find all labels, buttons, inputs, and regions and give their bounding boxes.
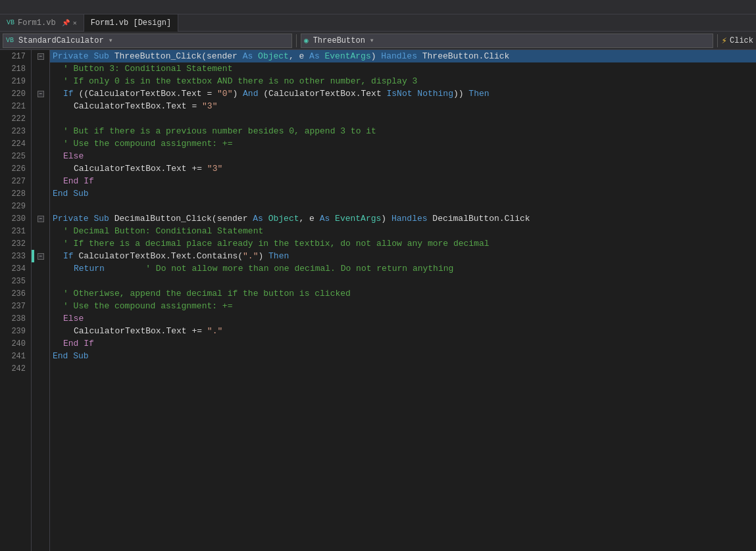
line-num-225: 225 [3,150,26,162]
code-line-225: Else [50,150,756,162]
tab-form1vb[interactable]: VB Form1.vb 📌 ✕ [0,14,84,32]
token [105,262,145,275]
margin-cell-236 [32,287,50,300]
margin-cell-230: − [32,212,50,225]
token: "." [243,250,258,262]
vb-icon: VB [7,19,14,26]
code-line-237: ' Use the compound assignment: += [50,300,756,312]
token: ) [232,87,243,100]
code-line-232: ' If there is a decimal place already in… [50,237,756,250]
token: ((CalculatorTextBox.Text = [78,87,217,100]
code-line-230: Private Sub DecimalButton_Click(sender A… [50,212,756,225]
token: EventArgs [335,212,381,225]
line-num-240: 240 [3,337,26,350]
margin-cell-233: − [32,250,50,262]
code-line-242 [50,362,756,375]
token: End If [63,175,94,187]
token: "0" [217,87,232,100]
line-num-229: 229 [3,200,26,212]
line-num-226: 226 [3,162,26,175]
event-section: ⚡ Click [722,35,753,46]
token: ' Do not allow more than one decimal. Do… [145,262,453,275]
code-line-228: End Sub [50,187,756,200]
token: "." [207,325,222,337]
token: End Sub [53,187,89,200]
token: EventArgs [325,50,371,62]
pin-icon[interactable]: 📌 [62,19,70,27]
method-icon: ◉ [304,36,309,45]
token: ThreeButton.Click [422,50,510,62]
toolbar-separator [296,34,297,47]
margin-cell-240 [32,337,50,350]
token: As [320,212,335,225]
margin-cell-227 [32,175,50,187]
token: If [63,87,78,100]
token: Private Sub [53,212,114,225]
token: , e [299,212,319,225]
token: ThreeButton_Click( [114,50,207,62]
code-line-224: ' Use the compound assignment: += [50,137,756,150]
margin-cell-226 [32,162,50,175]
token: Else [63,312,84,325]
token: CalculatorTextBox.Text = [74,100,202,112]
margin-cell-223 [32,125,50,137]
code-line-223: ' But if there is a previous number besi… [50,125,756,137]
line-numbers: 2172182192202212222232242252262272282292… [0,50,32,551]
collapse-btn-217[interactable]: − [38,53,44,60]
code-line-222 [50,112,756,125]
tab-close-form1vb[interactable]: ✕ [73,19,77,27]
token: (CalculatorTextBox.Text [263,87,386,100]
collapse-btn-230[interactable]: − [38,216,44,222]
token: CalculatorTextBox.Text += [74,162,207,175]
token: And [243,87,263,100]
collapse-btn-233[interactable]: − [38,253,44,260]
line-num-227: 227 [3,175,26,187]
class-dropdown[interactable]: VB StandardCalculator ▼ [3,34,292,48]
line-num-219: 219 [3,75,26,87]
token: Object [268,212,299,225]
code-line-221: CalculatorTextBox.Text = "3" [50,100,756,112]
code-line-238: Else [50,312,756,325]
toolbar: VB StandardCalculator ▼ ◉ ThreeButton ▼ … [0,32,756,50]
code-line-226: CalculatorTextBox.Text += "3" [50,162,756,175]
line-num-238: 238 [3,312,26,325]
token: Then [268,250,289,262]
token: ) [371,50,382,62]
line-num-230: 230 [3,212,26,225]
toolbar-separator-2 [717,34,718,47]
tab-form1vb-design[interactable]: Form1.vb [Design] [84,14,178,32]
code-line-235 [50,275,756,287]
margin-cell-242 [32,362,50,375]
code-lines: Private Sub ThreeButton_Click(sender As … [50,50,756,551]
token: ' Decimal Button: Conditional Statement [63,225,263,237]
margin-cell-232 [32,237,50,250]
code-area: 2172182192202212222232242252262272282292… [0,50,756,551]
token: ' Use the compound assignment: += [63,300,232,312]
line-num-217: 217 [3,50,26,62]
code-line-217: Private Sub ThreeButton_Click(sender As … [50,50,756,62]
token: As [243,50,258,62]
method-dropdown[interactable]: ◉ ThreeButton ▼ [301,34,713,48]
code-line-218: ' Button 3: Conditional Statement [50,62,756,75]
margin-cell-235 [32,275,50,287]
token: IsNot [387,87,418,100]
code-line-240: End If [50,337,756,350]
class-dropdown-arrow: ▼ [109,37,113,43]
token: Return [74,262,105,275]
token: CalculatorTextBox.Text += [74,325,207,337]
margin-cell-218 [32,62,50,75]
token: ' Otheriwse, append the decimal if the b… [63,287,351,300]
token: Else [63,150,84,162]
token: )) [453,87,468,100]
margin-cell-229 [32,200,50,212]
token: CalculatorTextBox.Text.Contains( [78,250,243,262]
line-num-231: 231 [3,225,26,237]
line-num-218: 218 [3,62,26,75]
code-line-241: End Sub [50,350,756,362]
collapse-btn-220[interactable]: − [38,91,44,97]
line-num-233: 233 [3,250,26,262]
token: "3" [202,100,217,112]
margin-cell-238 [32,312,50,325]
token: End Sub [53,350,89,362]
token: ' If only 0 is in the textbox AND there … [63,75,417,87]
